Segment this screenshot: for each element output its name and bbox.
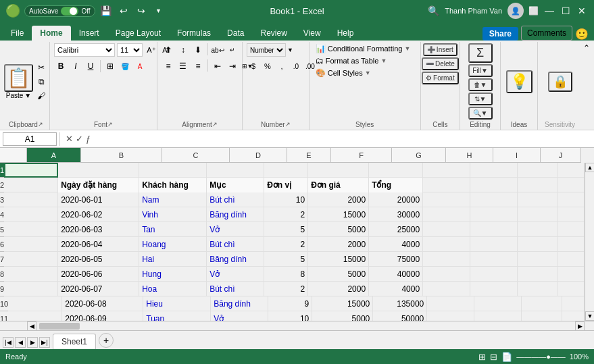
conditional-formatting-button[interactable]: 📊 Conditional Formatting ▼	[314, 43, 413, 54]
cell-J1[interactable]	[518, 163, 558, 178]
formula-input[interactable]	[93, 134, 591, 144]
tab-formulas[interactable]: Formulas	[169, 26, 219, 41]
comments-button[interactable]: Comments	[521, 26, 572, 41]
cell-I5[interactable]	[470, 222, 518, 237]
align-center-button[interactable]: ☰	[176, 59, 190, 73]
cell-J8[interactable]	[518, 267, 558, 282]
cell-G6[interactable]: 4000	[369, 237, 423, 252]
cell-A4[interactable]	[4, 207, 58, 222]
cell-E3[interactable]: 10	[264, 192, 308, 207]
cell-I7[interactable]	[470, 252, 518, 267]
autosave-badge[interactable]: AutoSave Off	[24, 5, 95, 17]
clear-button[interactable]: 🗑▼	[468, 78, 493, 91]
cell-styles-button[interactable]: 🎨 Cell Styles ▼	[314, 68, 373, 78]
text-direction-button[interactable]: ab↩	[211, 43, 224, 57]
cell-F4[interactable]: 15000	[308, 207, 369, 222]
cell-J6[interactable]	[518, 237, 558, 252]
cell-H1[interactable]	[423, 163, 470, 178]
paste-dropdown[interactable]: ▼	[24, 92, 31, 99]
tab-page-layout[interactable]: Page Layout	[107, 26, 169, 41]
view-pageview-icon[interactable]: 📄	[501, 352, 512, 362]
cell-I4[interactable]	[470, 207, 518, 222]
cell-I9[interactable]	[470, 282, 518, 296]
cell-F8[interactable]: 5000	[308, 267, 369, 282]
ideas-button[interactable]: 💡	[506, 70, 533, 93]
sheet-first-button[interactable]: |◀	[3, 337, 14, 348]
view-normal-icon[interactable]: ⊞	[478, 352, 486, 362]
cell-H3[interactable]	[423, 192, 470, 207]
cell-C3[interactable]: Nam	[139, 192, 207, 207]
cell-G5[interactable]: 25000	[369, 222, 423, 237]
cell-I8[interactable]	[470, 267, 518, 282]
cell-H7[interactable]	[423, 252, 470, 267]
cell-C4[interactable]: Vinh	[139, 207, 207, 222]
cell-E7[interactable]: 5	[264, 252, 308, 267]
cell-F3[interactable]: 2000	[308, 192, 369, 207]
add-sheet-button[interactable]: +	[99, 333, 114, 348]
align-middle-button[interactable]: ↕	[176, 43, 190, 57]
view-pagebreak-icon[interactable]: ⊟	[490, 352, 497, 362]
cancel-formula-icon[interactable]: ✕	[66, 134, 73, 144]
cell-D1[interactable]	[207, 163, 264, 178]
col-header-I[interactable]: I	[493, 148, 541, 163]
cell-H10[interactable]	[427, 296, 474, 311]
cell-I6[interactable]	[470, 237, 518, 252]
font-size-select[interactable]: 11	[117, 43, 143, 57]
cell-D5[interactable]: Vở	[207, 222, 264, 237]
cell-B8[interactable]: 2020-06-06	[58, 267, 139, 282]
cell-A10[interactable]	[8, 296, 62, 311]
redo-button[interactable]: ↪	[134, 4, 148, 18]
fill-button[interactable]: Fill▼	[468, 64, 493, 77]
cell-I3[interactable]	[470, 192, 518, 207]
format-cells-button[interactable]: ⚙Format	[422, 72, 459, 84]
tab-file[interactable]: File	[3, 26, 32, 41]
name-box[interactable]	[3, 132, 57, 146]
cell-F11[interactable]: 5000	[312, 311, 373, 321]
cell-F2[interactable]: Đơn giá	[308, 178, 369, 192]
cell-A11[interactable]	[8, 311, 62, 321]
minimize-button[interactable]: —	[543, 4, 556, 18]
format-as-table-button[interactable]: 🗂 Format as Table ▼	[314, 55, 389, 66]
cell-G11[interactable]: 50000	[373, 311, 427, 321]
col-header-G[interactable]: G	[392, 148, 446, 163]
row-header-11[interactable]: 11	[0, 311, 8, 321]
align-right-button[interactable]: ≡	[191, 59, 205, 73]
cell-G3[interactable]: 20000	[369, 192, 423, 207]
tab-view[interactable]: View	[295, 26, 329, 41]
cell-A5[interactable]	[4, 222, 58, 237]
cell-C10[interactable]: Hieu	[143, 296, 211, 311]
tab-insert[interactable]: Insert	[71, 26, 107, 41]
font-name-select[interactable]: Calibri	[54, 43, 115, 57]
cell-E5[interactable]: 5	[264, 222, 308, 237]
cell-E9[interactable]: 2	[264, 282, 308, 296]
format-painter-button[interactable]: 🖌	[34, 89, 48, 103]
cell-B5[interactable]: 2020-06-03	[58, 222, 139, 237]
col-header-E[interactable]: E	[287, 148, 331, 163]
number-dropdown-arrow[interactable]: ▼	[287, 47, 293, 53]
cell-G10[interactable]: 135000	[373, 296, 427, 311]
h-scroll-left-arrow[interactable]: ◀	[27, 321, 36, 331]
col-header-F[interactable]: F	[331, 148, 392, 163]
cell-C9[interactable]: Hoa	[139, 282, 207, 296]
cell-F6[interactable]: 2000	[308, 237, 369, 252]
cell-J9[interactable]	[518, 282, 558, 296]
conditional-dropdown-arrow[interactable]: ▼	[404, 45, 410, 52]
sheet-next-button[interactable]: ▶	[27, 337, 38, 348]
cell-G1[interactable]	[369, 163, 423, 178]
col-header-C[interactable]: C	[162, 148, 230, 163]
autosave-toggle[interactable]	[61, 7, 78, 16]
tab-data[interactable]: Data	[219, 26, 252, 41]
zoom-slider[interactable]: ————●——	[516, 353, 566, 361]
vertical-scrollbar[interactable]: ▲ ▼	[585, 163, 594, 321]
cell-J7[interactable]	[518, 252, 558, 267]
cell-B9[interactable]: 2020-06-07	[58, 282, 139, 296]
cell-B2[interactable]: Ngày đặt hàng	[58, 178, 139, 192]
cell-J4[interactable]	[518, 207, 558, 222]
cell-E8[interactable]: 8	[264, 267, 308, 282]
currency-button[interactable]: $	[247, 59, 260, 73]
cell-B1[interactable]	[58, 163, 139, 178]
search-icon[interactable]: 🔍	[428, 5, 439, 16]
cell-H5[interactable]	[423, 222, 470, 237]
insert-function-icon[interactable]: ƒ	[86, 134, 91, 144]
fill-color-button[interactable]: 🪣	[118, 59, 132, 73]
